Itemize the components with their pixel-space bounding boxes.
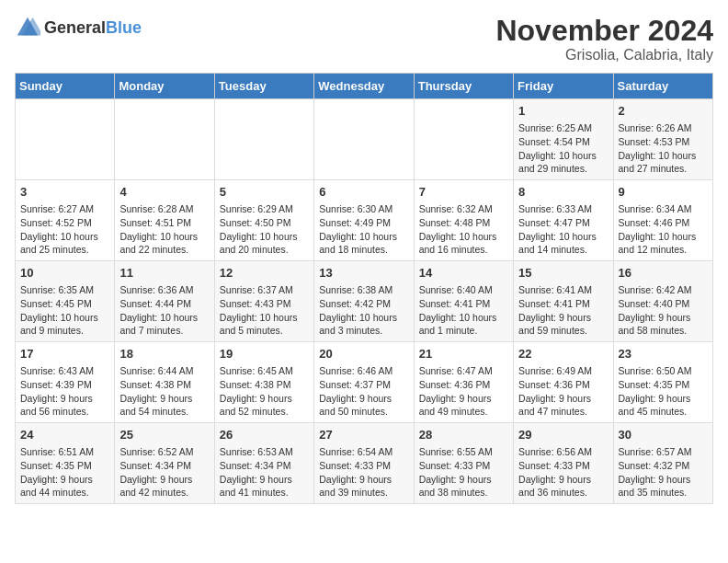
- calendar-cell: 21Sunrise: 6:47 AMSunset: 4:36 PMDayligh…: [414, 342, 513, 423]
- day-info: Sunrise: 6:29 AM: [220, 202, 309, 216]
- day-info: Sunrise: 6:56 AM: [518, 445, 608, 459]
- day-number: 19: [220, 346, 309, 362]
- day-info: Sunrise: 6:43 AM: [20, 364, 109, 378]
- day-info: Sunset: 4:33 PM: [518, 459, 608, 473]
- day-number: 5: [220, 184, 309, 201]
- calendar-cell: 2Sunrise: 6:26 AMSunset: 4:53 PMDaylight…: [613, 99, 712, 180]
- calendar-cell: 24Sunrise: 6:51 AMSunset: 4:35 PMDayligh…: [16, 422, 115, 503]
- day-info: Daylight: 9 hours and 39 minutes.: [319, 473, 408, 500]
- calendar-cell: [115, 99, 214, 180]
- day-info: Sunset: 4:48 PM: [419, 216, 508, 230]
- day-number: 3: [20, 184, 109, 201]
- day-info: Daylight: 10 hours and 7 minutes.: [119, 311, 209, 338]
- day-info: Sunrise: 6:26 AM: [619, 121, 708, 135]
- day-number: 7: [419, 184, 508, 201]
- calendar-cell: 4Sunrise: 6:28 AMSunset: 4:51 PMDaylight…: [115, 180, 214, 261]
- day-info: Sunrise: 6:36 AM: [119, 283, 209, 297]
- day-info: Daylight: 9 hours and 38 minutes.: [419, 473, 508, 500]
- day-info: Sunrise: 6:50 AM: [619, 364, 708, 378]
- day-info: Sunset: 4:47 PM: [518, 216, 608, 230]
- calendar-header: Sunday Monday Tuesday Wednesday Thursday…: [16, 74, 713, 99]
- day-info: Sunset: 4:32 PM: [619, 459, 708, 473]
- day-info: Sunset: 4:46 PM: [619, 216, 708, 230]
- day-number: 13: [319, 265, 408, 282]
- day-info: Sunset: 4:41 PM: [518, 297, 608, 311]
- calendar-cell: [314, 99, 414, 180]
- day-info: Sunrise: 6:41 AM: [518, 283, 608, 297]
- day-info: Daylight: 9 hours and 36 minutes.: [518, 473, 608, 500]
- day-info: Daylight: 10 hours and 14 minutes.: [518, 230, 608, 257]
- day-info: Daylight: 10 hours and 12 minutes.: [619, 230, 708, 257]
- day-info: Sunset: 4:35 PM: [20, 459, 109, 473]
- calendar-cell: 7Sunrise: 6:32 AMSunset: 4:48 PMDaylight…: [414, 180, 513, 261]
- page-header: GeneralBlue November 2024 Grisolia, Cala…: [15, 15, 713, 63]
- calendar-cell: 12Sunrise: 6:37 AMSunset: 4:43 PMDayligh…: [214, 261, 313, 342]
- day-info: Sunset: 4:44 PM: [119, 297, 209, 311]
- calendar-cell: 22Sunrise: 6:49 AMSunset: 4:36 PMDayligh…: [514, 342, 613, 423]
- calendar-week-5: 24Sunrise: 6:51 AMSunset: 4:35 PMDayligh…: [16, 422, 713, 503]
- day-info: Sunrise: 6:52 AM: [119, 445, 209, 459]
- day-info: Sunrise: 6:25 AM: [518, 121, 608, 135]
- calendar-body: 1Sunrise: 6:25 AMSunset: 4:54 PMDaylight…: [16, 99, 713, 504]
- day-info: Sunset: 4:41 PM: [419, 297, 508, 311]
- day-info: Daylight: 9 hours and 47 minutes.: [518, 392, 608, 419]
- day-number: 16: [619, 265, 708, 282]
- day-info: Daylight: 9 hours and 45 minutes.: [619, 392, 708, 419]
- day-number: 1: [518, 103, 608, 120]
- day-info: Sunset: 4:35 PM: [619, 378, 708, 392]
- day-info: Sunrise: 6:34 AM: [619, 202, 708, 216]
- calendar-week-4: 17Sunrise: 6:43 AMSunset: 4:39 PMDayligh…: [16, 342, 713, 423]
- day-info: Sunset: 4:40 PM: [619, 297, 708, 311]
- day-info: Sunrise: 6:44 AM: [119, 364, 209, 378]
- day-number: 14: [419, 265, 508, 282]
- calendar-table: Sunday Monday Tuesday Wednesday Thursday…: [15, 73, 713, 504]
- calendar-cell: 19Sunrise: 6:45 AMSunset: 4:38 PMDayligh…: [214, 342, 313, 423]
- day-info: Sunrise: 6:51 AM: [20, 445, 109, 459]
- day-number: 8: [518, 184, 608, 201]
- day-info: Sunrise: 6:33 AM: [518, 202, 608, 216]
- day-number: 4: [119, 184, 209, 201]
- day-info: Sunrise: 6:55 AM: [419, 445, 508, 459]
- day-info: Sunrise: 6:37 AM: [220, 283, 309, 297]
- day-number: 23: [619, 346, 708, 362]
- day-info: Sunset: 4:54 PM: [518, 135, 608, 149]
- calendar-cell: 26Sunrise: 6:53 AMSunset: 4:34 PMDayligh…: [214, 422, 313, 503]
- day-info: Sunset: 4:34 PM: [220, 459, 309, 473]
- day-number: 25: [119, 427, 209, 443]
- day-info: Sunset: 4:51 PM: [119, 216, 209, 230]
- day-info: Daylight: 9 hours and 54 minutes.: [119, 392, 209, 419]
- day-info: Sunrise: 6:47 AM: [419, 364, 508, 378]
- day-info: Sunrise: 6:42 AM: [619, 283, 708, 297]
- calendar-cell: 3Sunrise: 6:27 AMSunset: 4:52 PMDaylight…: [16, 180, 115, 261]
- calendar-cell: 15Sunrise: 6:41 AMSunset: 4:41 PMDayligh…: [514, 261, 613, 342]
- day-number: 11: [119, 265, 209, 282]
- day-info: Daylight: 9 hours and 59 minutes.: [518, 311, 608, 338]
- day-info: Daylight: 9 hours and 44 minutes.: [20, 473, 109, 500]
- day-info: Sunrise: 6:30 AM: [319, 202, 408, 216]
- day-info: Daylight: 10 hours and 25 minutes.: [20, 230, 109, 257]
- col-saturday: Saturday: [613, 74, 712, 99]
- day-info: Sunset: 4:36 PM: [518, 378, 608, 392]
- day-number: 21: [419, 346, 508, 362]
- location: Grisolia, Calabria, Italy: [495, 47, 713, 63]
- day-info: Sunset: 4:33 PM: [319, 459, 408, 473]
- day-number: 10: [20, 265, 109, 282]
- day-info: Daylight: 10 hours and 29 minutes.: [518, 149, 608, 176]
- day-number: 28: [419, 427, 508, 443]
- day-number: 26: [220, 427, 309, 443]
- calendar-cell: 17Sunrise: 6:43 AMSunset: 4:39 PMDayligh…: [16, 342, 115, 423]
- day-info: Sunrise: 6:57 AM: [619, 445, 708, 459]
- day-info: Sunset: 4:42 PM: [319, 297, 408, 311]
- day-info: Daylight: 9 hours and 41 minutes.: [220, 473, 309, 500]
- day-info: Sunrise: 6:35 AM: [20, 283, 109, 297]
- month-title: November 2024: [495, 15, 713, 47]
- day-info: Daylight: 10 hours and 18 minutes.: [319, 230, 408, 257]
- day-info: Sunrise: 6:28 AM: [119, 202, 209, 216]
- day-info: Sunrise: 6:32 AM: [419, 202, 508, 216]
- day-number: 24: [20, 427, 109, 443]
- title-area: November 2024 Grisolia, Calabria, Italy: [495, 15, 713, 63]
- day-number: 18: [119, 346, 209, 362]
- day-number: 29: [518, 427, 608, 443]
- calendar-cell: [16, 99, 115, 180]
- day-info: Daylight: 9 hours and 35 minutes.: [619, 473, 708, 500]
